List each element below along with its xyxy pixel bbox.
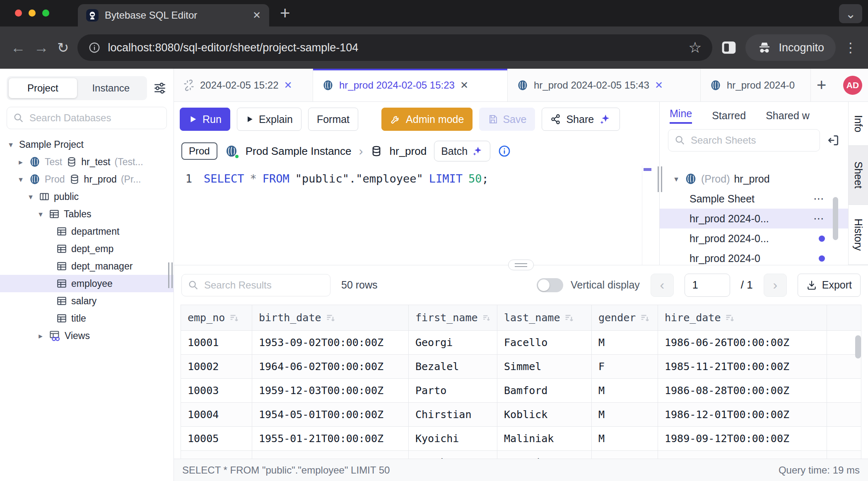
column-header-last-name[interactable]: last_name (497, 305, 592, 331)
sheet-item[interactable]: Sample Sheet ⋯ (660, 189, 848, 209)
save-button[interactable]: Save (479, 108, 535, 131)
cell[interactable]: 1955-01-21T00:00:00Z (252, 427, 409, 451)
window-close-button[interactable] (15, 10, 22, 17)
page-input[interactable] (685, 274, 730, 297)
more-menu-icon[interactable]: ⋯ (813, 212, 825, 225)
cell[interactable]: 10003 (181, 379, 252, 403)
admin-mode-button[interactable]: Admin mode (381, 108, 473, 131)
cell[interactable]: 1986-12-01T00:00:00Z (658, 403, 827, 427)
tree-item-views-group[interactable]: ▸ Views (0, 327, 174, 344)
tab-close-icon[interactable]: ✕ (253, 10, 261, 21)
table-row[interactable]: 100011953-09-02T00:00:00ZGeorgiFacelloM1… (181, 331, 861, 355)
panel-resize-handle[interactable] (658, 166, 662, 192)
tree-item-table-employee[interactable]: employee (0, 275, 174, 292)
tab-starred[interactable]: Starred (712, 110, 746, 122)
tree-item-table-dept-manager[interactable]: dept_manager (0, 257, 174, 275)
collapse-panel-icon[interactable] (827, 134, 840, 147)
results-search-input[interactable] (204, 279, 324, 291)
forward-icon[interactable]: → (34, 39, 49, 56)
window-controls[interactable] (15, 10, 49, 17)
cell[interactable]: 10001 (181, 331, 252, 355)
tree-item-schema-public[interactable]: ▾ public (0, 188, 174, 205)
address-bar[interactable]: localhost:8080/sql-editor/sheet/project-… (77, 34, 713, 61)
sql-line[interactable]: 1 SELECT * FROM "public"."employee" LIMI… (174, 166, 659, 185)
window-minimize-button[interactable] (29, 10, 36, 17)
run-button[interactable]: Run (180, 108, 230, 131)
tab-shared[interactable]: Shared w (766, 110, 810, 122)
table-row[interactable]: 100051955-01-21T00:00:00ZKyoichiMaliniak… (181, 427, 861, 451)
cell[interactable]: Anneke (409, 451, 497, 459)
explain-button[interactable]: Explain (237, 108, 301, 131)
cell[interactable]: F (592, 451, 658, 459)
tree-item-hr-test[interactable]: ▸ Test hr_test (Test... (0, 153, 174, 171)
tree-item-table-title[interactable]: title (0, 310, 174, 327)
filter-tune-icon[interactable] (153, 81, 167, 95)
cell[interactable]: 1989-09-12T00:00:00Z (658, 427, 827, 451)
column-header-first-name[interactable]: first_name (409, 305, 497, 331)
export-button[interactable]: Export (798, 274, 861, 297)
cell[interactable]: 1986-06-26T00:00:00Z (658, 331, 827, 355)
cell[interactable]: 1959-12-03T00:00:00Z (252, 379, 409, 403)
ai-sparkle-icon[interactable] (599, 113, 611, 125)
cell[interactable]: 1964-06-02T00:00:00Z (252, 355, 409, 379)
cell[interactable]: 10002 (181, 355, 252, 379)
column-header-gender[interactable]: gender (592, 305, 658, 331)
editor-tab-1[interactable]: 2024-02-05 15:22 ✕ (174, 69, 313, 101)
cell[interactable]: 1954-05-01T00:00:00Z (252, 403, 409, 427)
close-icon[interactable]: ✕ (655, 79, 663, 91)
reload-icon[interactable]: ↻ (57, 39, 69, 56)
cell[interactable]: M (592, 403, 658, 427)
new-tab-button[interactable]: + (280, 3, 290, 23)
cell[interactable]: Chirstian (409, 403, 497, 427)
caret-down-icon[interactable]: ▾ (36, 209, 45, 219)
caret-right-icon[interactable]: ▸ (36, 331, 45, 341)
editor-tab-4[interactable]: hr_prod 2024-0 (701, 69, 811, 101)
site-info-icon[interactable] (88, 41, 101, 54)
cell[interactable]: 10004 (181, 403, 252, 427)
close-icon[interactable]: ✕ (284, 79, 292, 91)
caret-down-icon[interactable]: ▾ (27, 192, 35, 202)
table-row[interactable]: 100041954-05-01T00:00:00ZChirstianKoblic… (181, 403, 861, 427)
side-panel-icon[interactable] (721, 40, 737, 55)
sql-editor[interactable]: 1 SELECT * FROM "public"."employee" LIMI… (174, 166, 659, 265)
sheet-search[interactable] (668, 129, 820, 152)
sheet-item-selected[interactable]: hr_prod 2024-0... ⋯ (660, 209, 848, 228)
environment-badge[interactable]: Prod (181, 142, 217, 160)
tab-history[interactable]: History (849, 205, 868, 265)
sidebar-resize-handle[interactable] (168, 262, 173, 288)
database-search[interactable] (7, 107, 167, 129)
cell[interactable]: Facello (497, 331, 592, 355)
browser-tab[interactable]: Bytebase SQL Editor ✕ (78, 4, 269, 26)
window-zoom-button[interactable] (42, 10, 49, 17)
sheet-item[interactable]: hr_prod 2024-0... (660, 228, 848, 248)
results-search[interactable] (181, 274, 330, 296)
sheet-item[interactable]: hr_prod 2024-0 (660, 248, 848, 265)
share-button[interactable]: Share (542, 108, 620, 131)
tab-project[interactable]: Project (9, 78, 77, 98)
column-header-birth-date[interactable]: birth_date (252, 305, 409, 331)
column-header-hire-date[interactable]: hire_date (658, 305, 827, 331)
editor-tab-3[interactable]: hr_prod 2024-02-05 15:43 ✕ (508, 69, 701, 101)
cell[interactable]: M (592, 427, 658, 451)
table-row[interactable]: 100061953-04-20T00:00:00ZAnnekePreusigF1… (181, 451, 861, 459)
tab-mine[interactable]: Mine (670, 108, 692, 124)
cell[interactable]: Simmel (497, 355, 592, 379)
back-icon[interactable]: ← (11, 39, 26, 56)
cell[interactable]: Kyoichi (409, 427, 497, 451)
caret-down-icon[interactable]: ▾ (17, 175, 25, 184)
cell[interactable]: 10005 (181, 427, 252, 451)
table-row[interactable]: 100031959-12-03T00:00:00ZPartoBamfordM19… (181, 379, 861, 403)
cell[interactable]: Koblick (497, 403, 592, 427)
sheet-scrollbar[interactable] (833, 197, 838, 240)
browser-menu-icon[interactable]: ⋮ (844, 40, 857, 55)
url-text[interactable]: localhost:8080/sql-editor/sheet/project-… (108, 41, 359, 54)
user-avatar[interactable]: AD (843, 76, 862, 95)
database-search-input[interactable] (29, 112, 161, 124)
caret-down-icon[interactable]: ▾ (7, 140, 15, 149)
cell[interactable]: 1953-04-20T00:00:00Z (252, 451, 409, 459)
tree-item-table-salary[interactable]: salary (0, 292, 174, 310)
database-name[interactable]: hr_prod (390, 145, 427, 158)
cell[interactable]: 10006 (181, 451, 252, 459)
cell[interactable]: Bamford (497, 379, 592, 403)
cell[interactable]: Georgi (409, 331, 497, 355)
